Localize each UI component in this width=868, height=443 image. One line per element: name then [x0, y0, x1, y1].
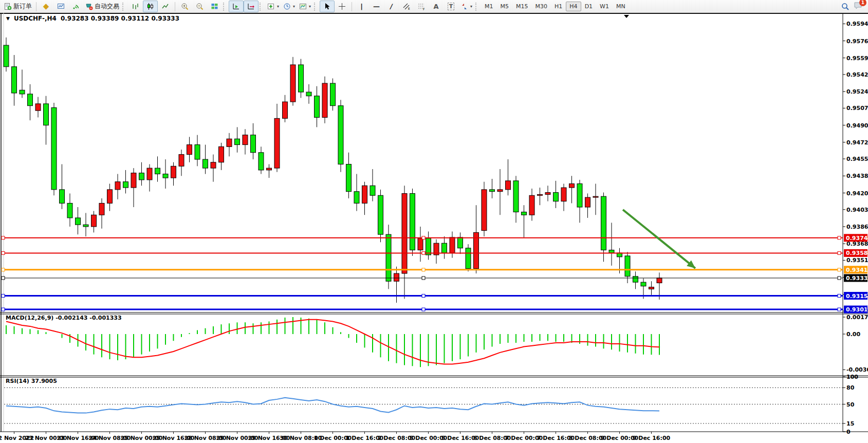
candle — [115, 182, 120, 190]
timeframe-m5[interactable]: M5 — [497, 2, 513, 11]
rsi-tick-label: 100 — [846, 374, 858, 380]
candle — [450, 237, 455, 253]
cursor-tool-button[interactable] — [320, 1, 335, 12]
line-handle[interactable] — [422, 236, 425, 239]
line-chart-button[interactable] — [158, 1, 173, 12]
market-watch-button[interactable] — [53, 1, 68, 12]
periods-button[interactable]: ▾ — [281, 1, 297, 12]
line-handle[interactable] — [838, 276, 841, 280]
candlestick-chart-button[interactable] — [143, 1, 158, 12]
timeframe-m1[interactable]: M1 — [481, 2, 497, 11]
rsi-line — [6, 398, 659, 413]
line-handle[interactable] — [838, 268, 841, 271]
candle — [577, 183, 582, 207]
indicators-button[interactable]: ▾ — [265, 1, 281, 12]
candle — [195, 145, 200, 159]
trendline-tool-button[interactable]: / — [384, 1, 399, 12]
line-handle[interactable] — [2, 308, 5, 311]
candle — [354, 192, 359, 204]
line-handle[interactable] — [422, 268, 425, 271]
line-handle[interactable] — [838, 236, 841, 239]
bar-chart-icon — [132, 3, 139, 10]
timeframe-mn[interactable]: MN — [613, 2, 629, 11]
price-tick-label: 0.93515 — [846, 257, 868, 264]
zoom-in-button[interactable] — [177, 1, 192, 12]
chart-shift-button[interactable] — [244, 1, 258, 12]
arrows-tool-button[interactable]: ▾ — [458, 1, 474, 12]
candle — [410, 193, 415, 250]
fibonacci-tool-button[interactable]: F — [414, 1, 429, 12]
text-label-tool-button[interactable]: T — [444, 1, 458, 12]
candle — [418, 238, 423, 250]
line-handle[interactable] — [422, 251, 425, 254]
line-handle[interactable] — [2, 294, 5, 298]
timeframe-w1[interactable]: W1 — [596, 2, 613, 11]
line-handle[interactable] — [838, 294, 841, 298]
line-handle[interactable] — [422, 294, 425, 298]
candle — [171, 166, 176, 178]
toolbar-grip — [260, 3, 263, 11]
candle — [378, 195, 383, 234]
price-tick-label: 0.95590 — [846, 55, 868, 62]
search-icon[interactable] — [841, 3, 849, 11]
candle — [60, 190, 65, 204]
candle — [545, 193, 550, 195]
line-handle[interactable] — [422, 308, 425, 311]
crosshair-tool-button[interactable] — [335, 1, 349, 12]
timeframe-m30[interactable]: M30 — [532, 2, 551, 11]
text-label-icon: T — [448, 3, 455, 10]
signals-button[interactable] — [68, 1, 83, 12]
line-handle[interactable] — [2, 276, 5, 280]
candle — [306, 92, 311, 96]
candle — [466, 248, 471, 269]
history-center-button[interactable]: ◆ — [39, 1, 53, 12]
line-handle[interactable] — [2, 251, 5, 254]
trading-terminal: 新订单 ◆ 自动交易 — [0, 0, 868, 443]
tile-windows-icon — [211, 3, 218, 10]
auto-scroll-button[interactable] — [229, 1, 244, 12]
candle — [402, 193, 407, 273]
timeframe-group: M1M5M15M30H1H4D1W1MN — [481, 2, 629, 11]
notifications-button[interactable]: 1 — [854, 2, 863, 12]
candle — [522, 212, 527, 215]
candle — [657, 278, 662, 283]
templates-button[interactable]: ▾ — [297, 1, 313, 12]
signal-icon — [72, 3, 80, 10]
time-tick-label: 9 Dec 16:00 — [633, 435, 671, 441]
vertical-line-tool-button[interactable]: | — [354, 1, 369, 12]
candle — [330, 83, 336, 106]
chart-shift-marker[interactable] — [624, 15, 629, 18]
horizontal-line-tool-button[interactable]: — — [369, 1, 384, 12]
timeframe-h4[interactable]: H4 — [566, 2, 581, 11]
autotrading-label: 自动交易 — [95, 2, 119, 11]
tile-windows-button[interactable] — [207, 1, 222, 12]
line-handle[interactable] — [422, 276, 425, 280]
text-tool-button[interactable]: A — [429, 1, 444, 12]
candle — [211, 162, 216, 168]
channel-tool-button[interactable]: E — [399, 1, 414, 12]
toolbar-grip — [314, 3, 318, 11]
line-handle[interactable] — [2, 268, 5, 271]
price-tick-label: 0.95420 — [846, 71, 868, 78]
line-handle[interactable] — [838, 308, 841, 311]
timeframe-h1[interactable]: H1 — [551, 2, 566, 11]
new-order-button[interactable]: 新订单 — [2, 1, 34, 12]
timeframe-m15[interactable]: M15 — [512, 2, 532, 11]
autotrading-button[interactable]: 自动交易 — [83, 1, 121, 12]
price-tick-label: 0.94205 — [846, 190, 868, 197]
toolbar-separator — [175, 2, 175, 11]
candle — [251, 135, 256, 153]
bar-chart-button[interactable] — [128, 1, 143, 12]
price-chart[interactable]: 0.959400.957650.955900.954200.952450.950… — [0, 13, 868, 443]
macd-tick-label: 0.00 — [846, 331, 860, 338]
trend-arrow-object[interactable] — [623, 210, 695, 268]
line-handle[interactable] — [838, 251, 841, 254]
toolbar-grip — [122, 3, 126, 11]
zoom-out-button[interactable] — [192, 1, 207, 12]
text-icon: A — [434, 3, 439, 10]
toolbar-grip — [475, 3, 479, 11]
candle — [482, 190, 487, 231]
rsi-tick-label: 80 — [846, 384, 855, 391]
timeframe-d1[interactable]: D1 — [581, 2, 596, 11]
line-handle[interactable] — [2, 236, 5, 239]
